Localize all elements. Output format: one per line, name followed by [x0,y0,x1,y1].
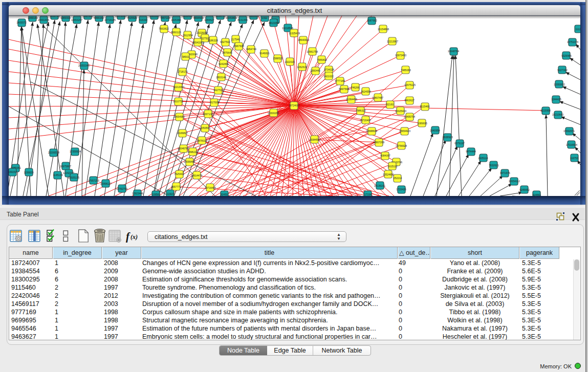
svg-text:23226058: 23226058 [197,31,208,34]
svg-text:1588520: 1588520 [273,57,283,60]
svg-text:1990443: 1990443 [310,69,320,72]
svg-text:1051719: 1051719 [50,16,60,17]
svg-text:9327502: 9327502 [220,40,230,43]
svg-text:15720407: 15720407 [360,119,371,122]
svg-text:10654112: 10654112 [509,180,520,183]
svg-text:1605380: 1605380 [171,18,181,21]
svg-text:3912954: 3912954 [183,34,193,37]
svg-text:19166827: 19166827 [177,132,188,135]
svg-text:9227342: 9227342 [557,69,568,72]
svg-text:9146821: 9146821 [259,52,270,55]
svg-text:8938923: 8938923 [443,136,453,139]
svg-text:1262615: 1262615 [297,65,307,69]
svg-text:12093832: 12093832 [554,83,565,86]
svg-text:2087682: 2087682 [367,19,377,22]
svg-text:7625402: 7625402 [174,172,184,176]
svg-text:2069140: 2069140 [28,16,38,19]
svg-text:12505135: 12505135 [68,176,79,179]
svg-text:1284627: 1284627 [204,18,214,21]
svg-text:10671355: 10671355 [115,16,126,17]
svg-text:18640910: 18640910 [298,38,309,41]
svg-text:19384554: 19384554 [309,138,320,141]
svg-text:10025433: 10025433 [395,110,406,113]
svg-text:12923446: 12923446 [132,192,143,195]
svg-text:6497568: 6497568 [339,87,349,91]
svg-text:20206578: 20206578 [48,151,59,154]
svg-text:1615112: 1615112 [387,165,397,168]
svg-text:9777169: 9777169 [335,79,345,82]
svg-text:1089695: 1089695 [417,122,427,125]
svg-text:21364456: 21364456 [346,98,357,101]
svg-text:3875645: 3875645 [222,51,232,54]
svg-text:9242845: 9242845 [219,62,229,65]
svg-text:9245652: 9245652 [519,188,530,191]
svg-text:1145139: 1145139 [53,173,62,177]
svg-text:15751074: 15751074 [567,40,578,43]
svg-text:10807487: 10807487 [372,96,383,99]
svg-text:11120: 11120 [575,28,580,31]
svg-text:17334: 17334 [364,193,372,196]
svg-text:14136141: 14136141 [374,184,385,187]
svg-text:20053346: 20053346 [78,64,90,67]
svg-text:13495754: 13495754 [404,115,415,118]
svg-text:16210643: 16210643 [552,113,563,116]
svg-text:8267130: 8267130 [203,113,213,116]
svg-text:1421022: 1421022 [323,75,334,78]
svg-text:9115460: 9115460 [420,105,429,108]
svg-text:17957255: 17957255 [88,179,99,182]
svg-text:1083319: 1083319 [60,16,71,19]
svg-text:6379197: 6379197 [454,142,465,145]
svg-text:12213383: 12213383 [173,85,184,89]
svg-text:30975887: 30975887 [60,165,71,168]
svg-text:16053809: 16053809 [226,16,237,19]
svg-text:16154808: 16154808 [378,28,389,31]
svg-text:9463627: 9463627 [404,99,415,102]
svg-text:8131054: 8131054 [237,18,248,21]
svg-text:817006: 817006 [210,101,219,104]
svg-text:f: f [126,230,130,243]
svg-text:8186328: 8186328 [208,39,218,42]
svg-text:109581: 109581 [152,193,161,196]
svg-text:2967608: 2967608 [234,45,244,48]
svg-text:7986322: 7986322 [356,109,366,112]
svg-text:18724007: 18724007 [289,104,300,107]
svg-text:19654982: 19654982 [173,115,185,118]
svg-text:1610753: 1610753 [173,100,183,103]
svg-text:15692971: 15692971 [563,129,575,133]
svg-text:13524851: 13524851 [383,173,394,176]
svg-text:9427512: 9427512 [213,89,224,92]
svg-text:8878312: 8878312 [197,139,207,142]
svg-text:17016504: 17016504 [566,143,577,146]
svg-text:1322015: 1322015 [285,60,295,63]
svg-text:924561: 924561 [533,193,541,196]
svg-text:2718170: 2718170 [178,70,188,73]
svg-text:8215958: 8215958 [540,109,551,112]
svg-text:9084067: 9084067 [380,154,390,157]
svg-text:12353594: 12353594 [199,126,210,129]
svg-text:10688609: 10688609 [366,129,377,133]
svg-text:10046786: 10046786 [178,147,189,150]
svg-text:14099483: 14099483 [184,160,195,163]
svg-text:1527602: 1527602 [83,16,93,17]
svg-text:9474444: 9474444 [466,150,476,153]
svg-text:1311: 1311 [262,16,268,19]
svg-text:17359924: 17359924 [70,150,81,153]
svg-text:20691406: 20691406 [38,18,49,21]
svg-text:18807269: 18807269 [373,141,384,144]
svg-text:7955812: 7955812 [317,58,327,61]
svg-text:3624554: 3624554 [361,90,371,93]
svg-text:10961758: 10961758 [307,50,318,53]
svg-text:1733426: 1733426 [396,188,406,191]
svg-text:939153: 939153 [9,170,17,173]
svg-text:7485063: 7485063 [401,69,411,72]
svg-text:13716485: 13716485 [205,186,216,189]
svg-text:1405572: 1405572 [16,21,27,24]
svg-text:8813054: 8813054 [269,21,279,25]
svg-text:10653267: 10653267 [71,18,82,21]
svg-text:8454749: 8454749 [246,48,256,51]
svg-text:92450: 92450 [221,193,228,196]
svg-text:9657771: 9657771 [171,185,181,188]
svg-text:12213967: 12213967 [387,40,398,43]
svg-text:252214: 252214 [394,177,402,180]
svg-text:1244415: 1244415 [551,98,561,101]
